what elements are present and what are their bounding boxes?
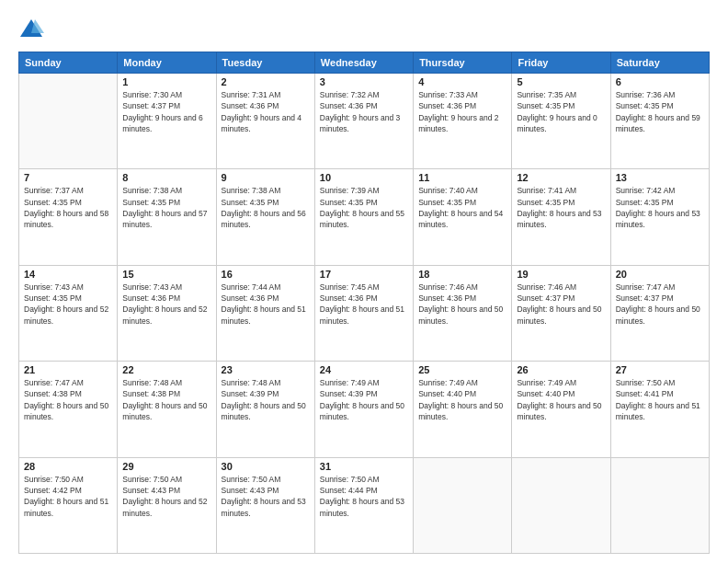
calendar-header-monday: Monday [118, 52, 216, 74]
day-info: Sunrise: 7:37 AMSunset: 4:35 PMDaylight:… [24, 185, 112, 230]
calendar-week-row: 7Sunrise: 7:37 AMSunset: 4:35 PMDaylight… [19, 169, 710, 265]
calendar-cell: 3Sunrise: 7:32 AMSunset: 4:36 PMDaylight… [314, 74, 413, 169]
day-number: 22 [122, 364, 210, 375]
calendar-cell: 14Sunrise: 7:43 AMSunset: 4:35 PMDayligh… [19, 265, 118, 361]
calendar-cell: 7Sunrise: 7:37 AMSunset: 4:35 PMDaylight… [19, 169, 118, 265]
day-number: 31 [320, 461, 408, 472]
day-number: 21 [24, 364, 112, 375]
calendar-cell: 27Sunrise: 7:50 AMSunset: 4:41 PMDayligh… [610, 362, 709, 457]
calendar-header-friday: Friday [512, 52, 610, 74]
day-info: Sunrise: 7:38 AMSunset: 4:35 PMDaylight:… [222, 185, 310, 230]
calendar-cell: 30Sunrise: 7:50 AMSunset: 4:43 PMDayligh… [216, 457, 314, 553]
day-number: 14 [24, 269, 112, 280]
calendar-cell: 29Sunrise: 7:50 AMSunset: 4:43 PMDayligh… [118, 457, 216, 553]
calendar-cell: 2Sunrise: 7:31 AMSunset: 4:36 PMDaylight… [216, 74, 314, 169]
day-info: Sunrise: 7:38 AMSunset: 4:35 PMDaylight:… [122, 185, 210, 230]
day-info: Sunrise: 7:50 AMSunset: 4:43 PMDaylight:… [222, 474, 310, 519]
calendar-cell: 15Sunrise: 7:43 AMSunset: 4:36 PMDayligh… [118, 265, 216, 361]
day-info: Sunrise: 7:49 AMSunset: 4:40 PMDaylight:… [418, 377, 506, 422]
header [18, 17, 710, 42]
day-number: 29 [122, 461, 210, 472]
calendar-cell: 5Sunrise: 7:35 AMSunset: 4:35 PMDaylight… [512, 74, 610, 169]
day-number: 8 [122, 172, 210, 183]
calendar-header-sunday: Sunday [19, 52, 118, 74]
day-info: Sunrise: 7:43 AMSunset: 4:36 PMDaylight:… [122, 282, 210, 327]
calendar-header-tuesday: Tuesday [216, 52, 314, 74]
calendar-page: SundayMondayTuesdayWednesdayThursdayFrid… [0, 0, 728, 563]
calendar-cell: 11Sunrise: 7:40 AMSunset: 4:35 PMDayligh… [414, 169, 512, 265]
day-number: 18 [418, 269, 506, 280]
day-info: Sunrise: 7:42 AMSunset: 4:35 PMDaylight:… [616, 185, 704, 230]
day-number: 19 [517, 269, 605, 280]
day-info: Sunrise: 7:30 AMSunset: 4:37 PMDaylight:… [122, 89, 210, 134]
day-info: Sunrise: 7:50 AMSunset: 4:44 PMDaylight:… [320, 474, 408, 519]
calendar-cell: 21Sunrise: 7:47 AMSunset: 4:38 PMDayligh… [19, 362, 118, 457]
day-number: 25 [418, 364, 506, 375]
day-info: Sunrise: 7:44 AMSunset: 4:36 PMDaylight:… [222, 282, 310, 327]
calendar-cell: 23Sunrise: 7:48 AMSunset: 4:39 PMDayligh… [216, 362, 314, 457]
day-number: 6 [616, 76, 704, 87]
day-info: Sunrise: 7:32 AMSunset: 4:36 PMDaylight:… [320, 89, 408, 134]
day-number: 10 [320, 172, 408, 183]
calendar-week-row: 21Sunrise: 7:47 AMSunset: 4:38 PMDayligh… [19, 362, 710, 457]
calendar-header-saturday: Saturday [610, 52, 709, 74]
day-info: Sunrise: 7:49 AMSunset: 4:39 PMDaylight:… [320, 377, 408, 422]
calendar-cell: 22Sunrise: 7:48 AMSunset: 4:38 PMDayligh… [118, 362, 216, 457]
day-info: Sunrise: 7:33 AMSunset: 4:36 PMDaylight:… [418, 89, 506, 134]
calendar-week-row: 14Sunrise: 7:43 AMSunset: 4:35 PMDayligh… [19, 265, 710, 361]
day-info: Sunrise: 7:31 AMSunset: 4:36 PMDaylight:… [222, 89, 310, 134]
day-info: Sunrise: 7:41 AMSunset: 4:35 PMDaylight:… [517, 185, 605, 230]
calendar-cell: 17Sunrise: 7:45 AMSunset: 4:36 PMDayligh… [314, 265, 413, 361]
calendar-header-wednesday: Wednesday [314, 52, 413, 74]
day-number: 15 [122, 269, 210, 280]
day-info: Sunrise: 7:47 AMSunset: 4:38 PMDaylight:… [24, 377, 112, 422]
day-info: Sunrise: 7:48 AMSunset: 4:39 PMDaylight:… [222, 377, 310, 422]
calendar-cell: 31Sunrise: 7:50 AMSunset: 4:44 PMDayligh… [314, 457, 413, 553]
calendar-cell: 24Sunrise: 7:49 AMSunset: 4:39 PMDayligh… [314, 362, 413, 457]
day-info: Sunrise: 7:46 AMSunset: 4:36 PMDaylight:… [418, 282, 506, 327]
day-info: Sunrise: 7:43 AMSunset: 4:35 PMDaylight:… [24, 282, 112, 327]
calendar-cell [512, 457, 610, 553]
day-number: 30 [222, 461, 310, 472]
day-number: 1 [122, 76, 210, 87]
day-number: 12 [517, 172, 605, 183]
day-number: 7 [24, 172, 112, 183]
day-number: 26 [517, 364, 605, 375]
calendar-cell: 6Sunrise: 7:36 AMSunset: 4:35 PMDaylight… [610, 74, 709, 169]
day-info: Sunrise: 7:50 AMSunset: 4:43 PMDaylight:… [122, 474, 210, 519]
day-number: 3 [320, 76, 408, 87]
calendar-cell: 18Sunrise: 7:46 AMSunset: 4:36 PMDayligh… [414, 265, 512, 361]
calendar-cell: 25Sunrise: 7:49 AMSunset: 4:40 PMDayligh… [414, 362, 512, 457]
calendar-header-thursday: Thursday [414, 52, 512, 74]
day-number: 9 [222, 172, 310, 183]
calendar-cell: 10Sunrise: 7:39 AMSunset: 4:35 PMDayligh… [314, 169, 413, 265]
calendar-cell: 8Sunrise: 7:38 AMSunset: 4:35 PMDaylight… [118, 169, 216, 265]
day-number: 27 [616, 364, 704, 375]
calendar-cell [19, 74, 118, 169]
calendar-week-row: 28Sunrise: 7:50 AMSunset: 4:42 PMDayligh… [19, 457, 710, 553]
calendar-cell [414, 457, 512, 553]
day-number: 11 [418, 172, 506, 183]
calendar-cell: 16Sunrise: 7:44 AMSunset: 4:36 PMDayligh… [216, 265, 314, 361]
day-info: Sunrise: 7:49 AMSunset: 4:40 PMDaylight:… [517, 377, 605, 422]
day-number: 16 [222, 269, 310, 280]
calendar-cell: 28Sunrise: 7:50 AMSunset: 4:42 PMDayligh… [19, 457, 118, 553]
day-number: 28 [24, 461, 112, 472]
svg-marker-1 [31, 19, 44, 33]
calendar-cell: 20Sunrise: 7:47 AMSunset: 4:37 PMDayligh… [610, 265, 709, 361]
calendar-cell: 13Sunrise: 7:42 AMSunset: 4:35 PMDayligh… [610, 169, 709, 265]
day-number: 2 [222, 76, 310, 87]
day-info: Sunrise: 7:40 AMSunset: 4:35 PMDaylight:… [418, 185, 506, 230]
logo-icon [18, 17, 44, 42]
calendar-cell: 4Sunrise: 7:33 AMSunset: 4:36 PMDaylight… [414, 74, 512, 169]
logo [18, 17, 48, 42]
calendar-cell [610, 457, 709, 553]
calendar-cell: 12Sunrise: 7:41 AMSunset: 4:35 PMDayligh… [512, 169, 610, 265]
day-info: Sunrise: 7:50 AMSunset: 4:41 PMDaylight:… [616, 377, 704, 422]
day-info: Sunrise: 7:47 AMSunset: 4:37 PMDaylight:… [616, 282, 704, 327]
day-info: Sunrise: 7:50 AMSunset: 4:42 PMDaylight:… [24, 474, 112, 519]
day-info: Sunrise: 7:39 AMSunset: 4:35 PMDaylight:… [320, 185, 408, 230]
day-number: 13 [616, 172, 704, 183]
day-number: 20 [616, 269, 704, 280]
day-number: 23 [222, 364, 310, 375]
